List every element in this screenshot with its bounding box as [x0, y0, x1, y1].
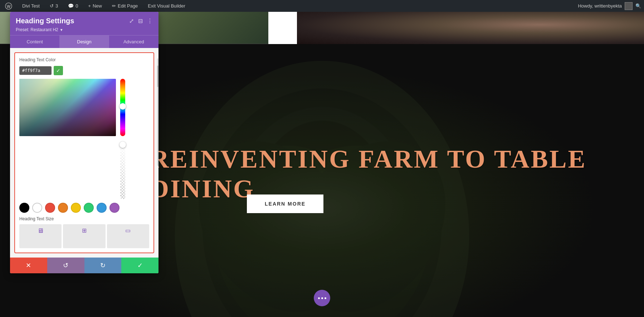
- more-icon[interactable]: ⋮: [147, 18, 153, 24]
- undo-button[interactable]: ↺: [47, 258, 84, 273]
- swatch-red[interactable]: [45, 203, 55, 213]
- color-picker-area: [19, 79, 149, 199]
- tab-design[interactable]: Design: [59, 35, 109, 48]
- scroll-thumb: [157, 66, 158, 87]
- dot-1: [318, 297, 320, 299]
- hue-slider[interactable]: [120, 79, 125, 136]
- hue-slider-thumb: [119, 103, 126, 110]
- new-icon: +: [88, 3, 91, 9]
- split-icon[interactable]: ⊟: [138, 18, 143, 24]
- new-label: New: [93, 3, 102, 9]
- save-button[interactable]: ✓: [121, 258, 158, 273]
- scroll-indicator: [157, 58, 158, 166]
- panel-header-icons: ⤢ ⊟ ⋮: [129, 18, 153, 24]
- exit-builder-item[interactable]: Exit Visual Builder: [146, 0, 187, 12]
- tab-content[interactable]: Content: [10, 35, 59, 48]
- color-cast-overlay: [19, 79, 116, 136]
- swatch-purple[interactable]: [109, 203, 119, 213]
- dot-2: [321, 297, 323, 299]
- tab-advanced[interactable]: Advanced: [109, 35, 158, 48]
- color-input-row: ✓: [19, 66, 149, 75]
- opacity-slider[interactable]: [120, 142, 125, 199]
- menu-dots-button[interactable]: [314, 290, 330, 306]
- swatch-orange[interactable]: [58, 203, 68, 213]
- comments-count: 0: [75, 3, 78, 9]
- opacity-slider-thumb: [119, 141, 126, 148]
- search-icon[interactable]: 🔍: [635, 3, 641, 9]
- size-devices: 🖥 ⊞ ▭: [19, 224, 149, 248]
- panel-actions: ✕ ↺ ↻ ✓: [10, 258, 158, 273]
- mobile-size-input[interactable]: [110, 236, 146, 245]
- desktop-size-input[interactable]: [22, 237, 59, 245]
- panel-header-top: Heading Settings ⤢ ⊟ ⋮: [16, 17, 153, 25]
- revisions-icon: ↺: [50, 3, 54, 9]
- swatch-black[interactable]: [19, 203, 29, 213]
- panel-preset[interactable]: Preset: Restaurant H2 ▼: [16, 27, 153, 32]
- swatch-white[interactable]: [32, 203, 42, 213]
- hex-color-input[interactable]: [19, 66, 52, 75]
- text-size-section: Heading Text Size 🖥 ⊞ ▭: [19, 216, 149, 248]
- swatch-row: [19, 203, 149, 213]
- panel-title: Heading Settings: [16, 17, 74, 25]
- panel-header: Heading Settings ⤢ ⊟ ⋮ Preset: Restauran…: [10, 12, 158, 35]
- edit-page-label: Edit Page: [118, 3, 138, 9]
- color-section-label: Heading Text Color: [19, 57, 149, 62]
- desktop-icon: 🖥: [37, 227, 44, 235]
- edit-icon: ✏: [112, 3, 116, 9]
- panel-tabs: Content Design Advanced: [10, 35, 158, 48]
- swatch-yellow[interactable]: [71, 203, 81, 213]
- dot-3: [325, 297, 326, 299]
- top-image-right-inner: [297, 12, 644, 44]
- site-name-item[interactable]: Divi Test: [20, 0, 42, 12]
- size-device-mobile[interactable]: ▭: [107, 224, 149, 248]
- size-device-tablet[interactable]: ⊞: [63, 224, 105, 248]
- panel-body: Heading Text Color ✓: [10, 48, 158, 258]
- swatch-green[interactable]: [84, 203, 94, 213]
- settings-panel: Heading Settings ⤢ ⊟ ⋮ Preset: Restauran…: [10, 12, 158, 273]
- swatch-blue[interactable]: [97, 203, 107, 213]
- comments-item[interactable]: 💬 0: [66, 0, 80, 12]
- revisions-item[interactable]: ↺ 3: [48, 0, 60, 12]
- hero-heading: REINVENTING FARM TO TABLE DINING: [150, 144, 644, 204]
- color-confirm-button[interactable]: ✓: [54, 66, 63, 75]
- color-section: Heading Text Color ✓: [14, 52, 154, 253]
- color-sliders: [119, 79, 127, 199]
- redo-button[interactable]: ↻: [84, 258, 122, 273]
- avatar[interactable]: [625, 2, 633, 10]
- learn-more-button[interactable]: LEARN MORE: [247, 194, 323, 213]
- color-gradient-canvas[interactable]: [19, 79, 116, 136]
- new-item[interactable]: + New: [86, 0, 104, 12]
- howdy-text: Howdy, writtenbyekta: [578, 3, 622, 9]
- comments-icon: 💬: [68, 3, 74, 9]
- preset-arrow-icon: ▼: [60, 28, 63, 32]
- admin-bar-right: Howdy, writtenbyekta 🔍: [578, 2, 641, 10]
- revisions-count: 3: [55, 3, 58, 9]
- expand-icon[interactable]: ⤢: [129, 18, 134, 24]
- top-image-gap: [268, 12, 297, 44]
- wp-logo-item[interactable]: W: [3, 0, 14, 12]
- wp-logo-icon: W: [5, 3, 12, 10]
- exit-builder-label: Exit Visual Builder: [148, 3, 185, 9]
- size-section-label: Heading Text Size: [19, 216, 149, 221]
- cancel-button[interactable]: ✕: [10, 258, 47, 273]
- tablet-size-input[interactable]: [66, 236, 102, 245]
- admin-bar: W Divi Test ↺ 3 💬 0 + New ✏ Edit Page Ex…: [0, 0, 644, 12]
- edit-page-item[interactable]: ✏ Edit Page: [110, 0, 140, 12]
- size-device-desktop[interactable]: 🖥: [19, 224, 62, 248]
- top-image-right: [297, 12, 644, 44]
- mobile-icon: ▭: [125, 227, 131, 234]
- site-name: Divi Test: [22, 3, 40, 9]
- tablet-icon: ⊞: [82, 227, 87, 234]
- svg-text:W: W: [7, 4, 11, 9]
